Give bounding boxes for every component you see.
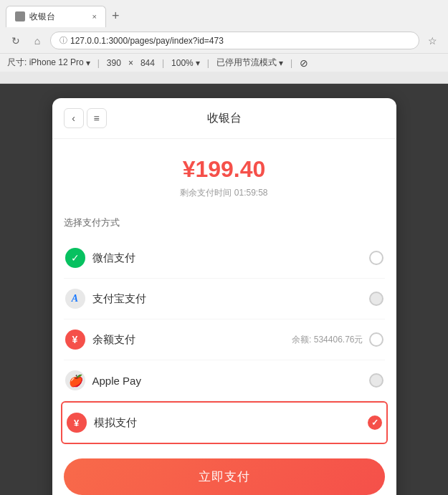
traffic-selector[interactable]: 已停用节流模式 ▾	[216, 57, 283, 69]
device-mode-btn[interactable]: ⊘	[300, 57, 308, 69]
device-height: 844	[140, 58, 155, 68]
zoom-dropdown-icon: ▾	[196, 58, 200, 68]
price-amount: ¥199.40	[64, 156, 385, 183]
alipay-radio[interactable]	[369, 292, 383, 306]
wechat-radio[interactable]	[369, 251, 383, 265]
payment-option-alipay[interactable]: A 支付宝支付	[64, 279, 385, 319]
address-text: 127.0.0.1:3000/pages/pay/index?id=473	[70, 36, 224, 46]
mock-radio[interactable]	[368, 415, 382, 430]
payment-section: 选择支付方式 ✓ 微信支付 A 支付宝支付 ¥	[52, 205, 396, 444]
price-symbol: ¥	[183, 156, 196, 182]
traffic-dropdown-icon: ▾	[279, 58, 283, 68]
payment-option-wechat[interactable]: ✓ 微信支付	[64, 238, 385, 279]
price-section: ¥199.40 剩余支付时间 01:59:58	[52, 139, 396, 205]
back-button[interactable]: ‹	[64, 108, 84, 128]
browser-chrome: 收银台 × + ↻ ⌂ ⓘ 127.0.0.1:3000/pages/pay/i…	[0, 0, 448, 84]
device-toolbar: 尺寸: iPhone 12 Pro ▾ | 390 × 844 | 100% ▾…	[0, 53, 448, 72]
separator: |	[97, 58, 100, 68]
tab-bar: 收银台 × +	[0, 0, 448, 28]
separator3: |	[207, 58, 209, 68]
price-timer: 剩余支付时间 01:59:58	[64, 187, 385, 199]
ruler	[0, 72, 448, 83]
balance-radio[interactable]	[369, 332, 383, 347]
payment-option-mock[interactable]: ¥ 模拟支付	[61, 401, 388, 444]
payment-section-title: 选择支付方式	[64, 216, 385, 229]
dimension-x: ×	[128, 58, 133, 68]
balance-label: 余额支付	[92, 333, 292, 347]
bookmark-btn[interactable]: ☆	[424, 32, 441, 49]
separator2: |	[162, 58, 164, 68]
active-tab[interactable]: 收银台 ×	[6, 6, 106, 27]
balance-sub: 余额: 534406.76元	[292, 334, 363, 346]
price-value: 199.40	[195, 156, 265, 182]
address-input[interactable]: ⓘ 127.0.0.1:3000/pages/pay/index?id=473	[50, 32, 419, 49]
applepay-icon: 🍎	[65, 370, 85, 390]
submit-section: 立即支付	[52, 444, 396, 495]
refresh-btn[interactable]: ↻	[7, 32, 24, 49]
payment-option-balance[interactable]: ¥ 余额支付 余额: 534406.76元	[64, 319, 385, 360]
mock-label: 模拟支付	[94, 416, 368, 430]
menu-button[interactable]: ≡	[87, 108, 107, 128]
wechat-label: 微信支付	[92, 251, 369, 265]
page-title: 收银台	[207, 111, 242, 126]
back-icon: ‹	[72, 112, 75, 124]
new-tab-btn[interactable]: +	[106, 4, 125, 28]
page-content: ‹ ≡ 收银台 ¥199.40 剩余支付时间 01:59:58 选择支付方式 ✓…	[0, 84, 448, 495]
payment-option-applepay[interactable]: 🍎 Apple Pay	[64, 360, 385, 401]
submit-button[interactable]: 立即支付	[64, 458, 385, 495]
address-bar: ↻ ⌂ ⓘ 127.0.0.1:3000/pages/pay/index?id=…	[0, 28, 448, 53]
separator4: |	[290, 58, 292, 68]
tab-close-btn[interactable]: ×	[92, 12, 97, 21]
zoom-label: 100%	[171, 58, 194, 68]
home-btn[interactable]: ⌂	[29, 32, 46, 49]
lock-icon: ⓘ	[59, 35, 67, 46]
device-label: 尺寸: iPhone 12 Pro	[7, 57, 84, 69]
alipay-icon: A	[65, 289, 85, 309]
device-dropdown-icon: ▾	[86, 58, 90, 68]
zoom-selector[interactable]: 100% ▾	[171, 58, 200, 68]
menu-icon: ≡	[93, 112, 99, 124]
applepay-radio[interactable]	[369, 373, 383, 388]
alipay-label: 支付宝支付	[92, 292, 369, 306]
device-selector[interactable]: 尺寸: iPhone 12 Pro ▾	[7, 57, 90, 69]
applepay-label: Apple Pay	[92, 375, 369, 387]
tab-title: 收银台	[29, 11, 55, 23]
tab-favicon	[15, 11, 25, 21]
phone-card: ‹ ≡ 收银台 ¥199.40 剩余支付时间 01:59:58 选择支付方式 ✓…	[52, 98, 396, 495]
device-width: 390	[107, 58, 121, 68]
device-mode-icon: ⊘	[300, 57, 308, 69]
balance-icon: ¥	[65, 330, 85, 350]
wechat-icon: ✓	[65, 248, 85, 268]
traffic-label: 已停用节流模式	[216, 57, 277, 69]
mock-icon: ¥	[67, 413, 87, 433]
card-header: ‹ ≡ 收银台	[52, 98, 396, 139]
